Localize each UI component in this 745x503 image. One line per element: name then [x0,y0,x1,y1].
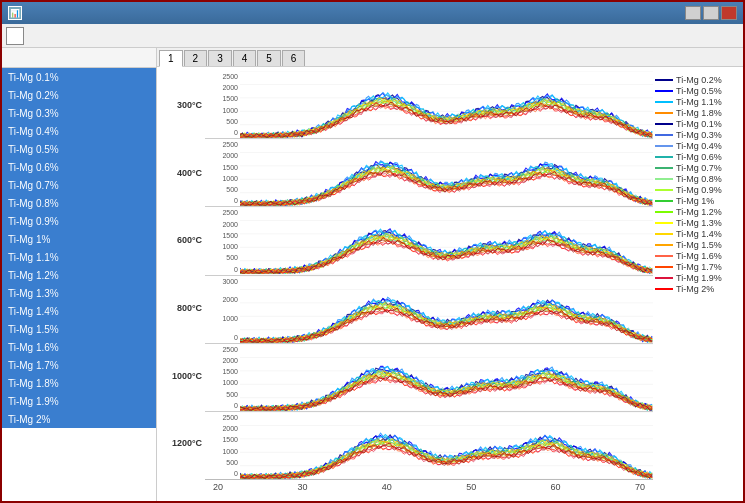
sidebar-item[interactable]: Ti-Mg 0.2% [2,86,156,104]
legend-line-color [655,277,673,279]
y-axis-ticks: 3000200010000 [205,276,240,343]
legend-item: Ti-Mg 1.1% [655,97,741,107]
y-row-label: 800°C [157,274,205,342]
chart-row: 25002000150010005000 [205,207,653,275]
legend-line-color [655,101,673,103]
sidebar-item[interactable]: Ti-Mg 0.9% [2,212,156,230]
plot-svg [240,71,653,138]
legend-item: Ti-Mg 0.5% [655,86,741,96]
legend-label: Ti-Mg 1.8% [676,108,722,118]
legend-item: Ti-Mg 1.7% [655,262,741,272]
sidebar-item[interactable]: Ti-Mg 1.9% [2,392,156,410]
tab-2[interactable]: 2 [184,50,208,66]
legend-item: Ti-Mg 1.6% [655,251,741,261]
y-row-label: 300°C [157,71,205,139]
legend-item: Ti-Mg 0.4% [655,141,741,151]
y-row-label: 1000°C [157,342,205,410]
legend-item: Ti-Mg 0.3% [655,130,741,140]
tab-5[interactable]: 5 [257,50,281,66]
tab-3[interactable]: 3 [208,50,232,66]
tab-1[interactable]: 1 [159,50,183,67]
y-axis-ticks: 25002000150010005000 [205,71,240,138]
plot-svg [240,276,653,343]
sidebar-item[interactable]: Ti-Mg 1.5% [2,320,156,338]
legend-line-color [655,156,673,158]
legend-item: Ti-Mg 1.9% [655,273,741,283]
sidebar-item[interactable]: Ti-Mg 1.1% [2,248,156,266]
plot-area [240,207,653,274]
sidebar-item[interactable]: Ti-Mg 1.3% [2,284,156,302]
legend-item: Ti-Mg 0.1% [655,119,741,129]
legend-item: Ti-Mg 1.5% [655,240,741,250]
chart-row: 25002000150010005000 [205,412,653,479]
legend-label: Ti-Mg 1.2% [676,207,722,217]
legend-label: Ti-Mg 1.4% [676,229,722,239]
chart-content: 300°C400°C600°C800°C1000°C1200°C 2500200… [157,67,743,501]
legend-label: Ti-Mg 0.6% [676,152,722,162]
plot-area [240,344,653,411]
plot-svg [240,412,653,479]
sidebar-item[interactable]: Ti-Mg 0.7% [2,176,156,194]
legend-label: Ti-Mg 1.5% [676,240,722,250]
legend-label: Ti-Mg 0.1% [676,119,722,129]
minimize-button[interactable] [685,6,701,20]
legend-label: Ti-Mg 1.9% [676,273,722,283]
plots-wrapper: 300°C400°C600°C800°C1000°C1200°C 2500200… [157,71,653,497]
sidebar-list[interactable]: Ti-Mg 0.1%Ti-Mg 0.2%Ti-Mg 0.3%Ti-Mg 0.4%… [2,68,156,501]
sidebar-item[interactable]: Ti-Mg 0.6% [2,158,156,176]
legend-line-color [655,211,673,213]
sidebar-item[interactable]: Ti-Mg 1.4% [2,302,156,320]
y-axis-ticks: 25002000150010005000 [205,344,240,411]
sidebar-item[interactable]: Ti-Mg 1.6% [2,338,156,356]
sidebar: Ti-Mg 0.1%Ti-Mg 0.2%Ti-Mg 0.3%Ti-Mg 0.4%… [2,48,157,501]
sidebar-item[interactable]: Ti-Mg 2% [2,410,156,428]
plot-svg [240,139,653,206]
sidebar-item[interactable]: Ti-Mg 0.3% [2,104,156,122]
tab-6[interactable]: 6 [282,50,306,66]
sidebar-item[interactable]: Ti-Mg 0.8% [2,194,156,212]
window-icon: 📊 [8,6,22,20]
chart-row: 25002000150010005000 [205,139,653,207]
chart-row: 25002000150010005000 [205,71,653,139]
dropdown-button[interactable] [6,27,24,45]
chart-row: 25002000150010005000 [205,344,653,412]
title-bar: 📊 [2,2,743,24]
plot-area [240,71,653,138]
sidebar-header [2,48,156,68]
legend-item: Ti-Mg 0.9% [655,185,741,195]
sidebar-item[interactable]: Ti-Mg 1.7% [2,356,156,374]
sidebar-item[interactable]: Ti-Mg 1.8% [2,374,156,392]
sidebar-item[interactable]: Ti-Mg 0.4% [2,122,156,140]
plot-area [240,412,653,479]
sidebar-item[interactable]: Ti-Mg 0.1% [2,68,156,86]
tab-bar: 123456 [157,48,743,67]
legend-label: Ti-Mg 0.8% [676,174,722,184]
legend-line-color [655,244,673,246]
chart-area: 123456 300°C400°C600°C800°C1000°C1200°C … [157,48,743,501]
legend-label: Ti-Mg 0.2% [676,75,722,85]
legend-item: Ti-Mg 1% [655,196,741,206]
main-window: 📊 Ti-Mg 0.1%Ti-Mg 0.2%Ti-Mg 0.3%Ti-Mg 0.… [0,0,745,503]
sidebar-item[interactable]: Ti-Mg 1% [2,230,156,248]
tab-4[interactable]: 4 [233,50,257,66]
legend-label: Ti-Mg 0.7% [676,163,722,173]
sidebar-item[interactable]: Ti-Mg 1.2% [2,266,156,284]
toolbar [2,24,743,48]
legend-label: Ti-Mg 1.7% [676,262,722,272]
y-axis-ticks: 25002000150010005000 [205,207,240,274]
legend-line-color [655,288,673,290]
close-button[interactable] [721,6,737,20]
legend-line-color [655,145,673,147]
maximize-button[interactable] [703,6,719,20]
legend-item: Ti-Mg 0.2% [655,75,741,85]
legend-line-color [655,266,673,268]
legend-line-color [655,233,673,235]
legend-item: Ti-Mg 0.7% [655,163,741,173]
legend-item: Ti-Mg 1.4% [655,229,741,239]
plot-area [240,276,653,343]
legend-line-color [655,167,673,169]
sidebar-item[interactable]: Ti-Mg 0.5% [2,140,156,158]
y-row-label: 400°C [157,139,205,207]
legend-line-color [655,200,673,202]
legend-label: Ti-Mg 0.3% [676,130,722,140]
